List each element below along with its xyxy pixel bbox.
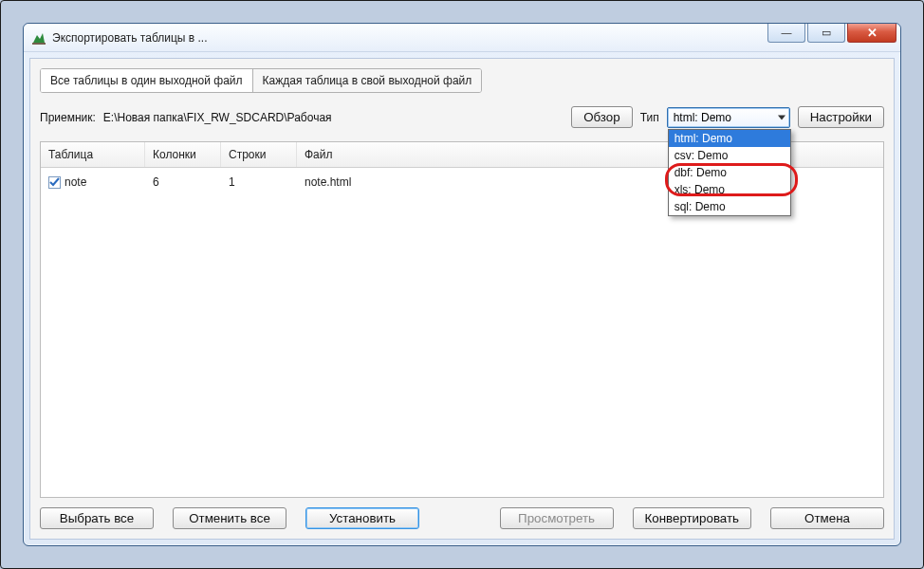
export-mode-tabs: Все таблицы в один выходной файл Каждая …: [40, 68, 482, 93]
cell-file: note.html: [297, 172, 883, 193]
chevron-down-icon: [778, 115, 785, 119]
cell-rows: 1: [221, 172, 297, 193]
window-title: Экспортировать таблицы в ...: [52, 31, 208, 45]
deselect-all-button[interactable]: Отменить все: [173, 507, 286, 529]
maximize-icon: ▭: [822, 28, 831, 38]
type-dropdown: html: Demo csv: Demo dbf: Demo xls: Demo…: [668, 129, 791, 216]
type-option-sql[interactable]: sql: Demo: [669, 198, 790, 215]
minimize-icon: —: [782, 28, 792, 38]
receiver-row: Приемник: E:\Новая папка\FIX_RW_SDCARD\Р…: [40, 106, 884, 128]
type-option-dbf[interactable]: dbf: Demo: [669, 164, 790, 181]
window-controls: — ▭ ✕: [767, 24, 896, 43]
receiver-label: Приемник:: [40, 111, 96, 124]
type-option-html[interactable]: html: Demo: [669, 130, 790, 147]
type-option-xls[interactable]: xls: Demo: [669, 181, 790, 198]
browse-button[interactable]: Обзор: [571, 106, 633, 128]
tables-list-body: note 6 1 note.html: [41, 168, 883, 497]
client-area: Все таблицы в один выходной файл Каждая …: [29, 58, 895, 540]
settings-button[interactable]: Настройки: [798, 106, 884, 128]
convert-button[interactable]: Конвертировать: [633, 507, 751, 529]
close-button[interactable]: ✕: [847, 24, 896, 43]
select-all-button[interactable]: Выбрать все: [40, 507, 154, 529]
export-window: Экспортировать таблицы в ... — ▭ ✕ Все т…: [23, 23, 901, 546]
tab-each-own-file[interactable]: Каждая таблица в свой выходной файл: [253, 69, 482, 92]
apply-button[interactable]: Установить: [305, 507, 419, 529]
col-header-cols[interactable]: Колонки: [145, 142, 221, 167]
preview-button[interactable]: Просмотреть: [500, 507, 614, 529]
type-option-csv[interactable]: csv: Demo: [669, 147, 790, 164]
cancel-button[interactable]: Отмена: [770, 507, 884, 529]
bottom-bar: Выбрать все Отменить все Установить Прос…: [40, 507, 884, 529]
row-checkbox[interactable]: [48, 176, 61, 189]
titlebar: Экспортировать таблицы в ... — ▭ ✕: [24, 24, 900, 52]
cell-cols: 6: [145, 172, 221, 193]
maximize-button[interactable]: ▭: [807, 24, 845, 43]
col-header-file[interactable]: Файл: [297, 142, 883, 167]
minimize-button[interactable]: —: [767, 24, 805, 43]
type-label: Тип: [640, 111, 659, 124]
app-icon: [31, 30, 46, 46]
cell-table: note: [65, 175, 86, 189]
type-combobox[interactable]: html: Demo html: Demo csv: Demo dbf: Dem…: [667, 107, 790, 128]
close-icon: ✕: [867, 27, 878, 39]
col-header-table[interactable]: Таблица: [41, 142, 145, 167]
type-combobox-value: html: Demo: [674, 111, 731, 124]
col-header-rows[interactable]: Строки: [221, 142, 297, 167]
receiver-path: E:\Новая папка\FIX_RW_SDCARD\Рабочая: [103, 111, 564, 124]
tab-all-one-file[interactable]: Все таблицы в один выходной файл: [41, 69, 253, 92]
